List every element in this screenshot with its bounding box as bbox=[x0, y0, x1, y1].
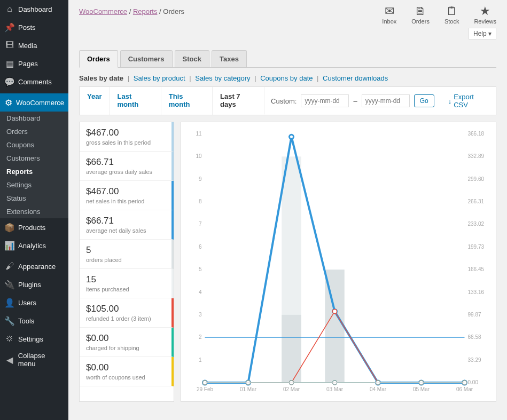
products-icon: 📦 bbox=[4, 222, 15, 233]
help-button[interactable]: Help ▾ bbox=[469, 28, 496, 39]
date-filter-bar: YearLast monthThis monthLast 7 days Cust… bbox=[79, 86, 496, 115]
svg-rect-24 bbox=[282, 315, 301, 383]
tab-taxes[interactable]: Taxes bbox=[212, 50, 247, 67]
sidebar-item-pages[interactable]: ▤Pages bbox=[0, 54, 68, 73]
tab-customers[interactable]: Customers bbox=[120, 50, 173, 67]
svg-text:33.29: 33.29 bbox=[468, 357, 481, 363]
main-content: WooCommerce / Reports / Orders ✉Inbox🗎Or… bbox=[68, 0, 507, 420]
sidebar-sub-status[interactable]: Status bbox=[0, 192, 68, 205]
subnav-sales-by-product[interactable]: Sales by product bbox=[134, 74, 185, 82]
filter-year[interactable]: Year bbox=[80, 87, 110, 115]
svg-text:02 Mar: 02 Mar bbox=[283, 386, 300, 392]
svg-point-36 bbox=[290, 134, 294, 139]
sidebar-item-appearance[interactable]: 🖌Appearance bbox=[0, 257, 68, 275]
sidebar-item-posts[interactable]: 📌Posts bbox=[0, 18, 68, 36]
users-icon: 👤 bbox=[4, 297, 15, 308]
collapse menu-icon: ◀ bbox=[4, 354, 15, 365]
admin-sidebar: ⌂Dashboard📌Posts🎞Media▤Pages💬Comments⚙Wo… bbox=[0, 0, 68, 420]
svg-text:3: 3 bbox=[199, 312, 202, 318]
svg-text:05 Mar: 05 Mar bbox=[413, 386, 430, 392]
media-icon: 🎞 bbox=[4, 40, 15, 51]
svg-text:99.87: 99.87 bbox=[468, 312, 481, 318]
stat-average-net-daily-sales[interactable]: $66.71average net daily sales bbox=[80, 210, 174, 240]
svg-text:0.00: 0.00 bbox=[468, 379, 479, 385]
sidebar-sub-orders[interactable]: Orders bbox=[0, 125, 68, 138]
stat-average-gross-daily-sales[interactable]: $66.71average gross daily sales bbox=[80, 152, 174, 181]
breadcrumb-reports[interactable]: Reports bbox=[133, 7, 158, 15]
sidebar-sub-dashboard[interactable]: Dashboard bbox=[0, 112, 68, 125]
sidebar-item-plugins[interactable]: 🔌Plugins bbox=[0, 275, 68, 294]
breadcrumb-woocommerce[interactable]: WooCommerce bbox=[79, 7, 127, 15]
subnav-coupons-by-date[interactable]: Coupons by date bbox=[260, 74, 313, 82]
tab-orders[interactable]: Orders bbox=[79, 50, 118, 68]
sidebar-item-tools[interactable]: 🔧Tools bbox=[0, 312, 68, 330]
svg-text:233.02: 233.02 bbox=[468, 221, 485, 227]
stat-worth-of-coupons-used[interactable]: $0.00worth of coupons used bbox=[80, 357, 174, 386]
svg-text:199.73: 199.73 bbox=[468, 244, 485, 250]
posts-icon: 📌 bbox=[4, 22, 15, 33]
header-orders-icon[interactable]: 🗎Orders bbox=[411, 5, 430, 25]
sidebar-item-dashboard[interactable]: ⌂Dashboard bbox=[0, 0, 68, 18]
appearance-icon: 🖌 bbox=[4, 261, 15, 272]
svg-text:29 Feb: 29 Feb bbox=[197, 386, 214, 392]
date-from-input[interactable] bbox=[301, 94, 349, 107]
tools-icon: 🔧 bbox=[4, 315, 15, 326]
filter-last-7-days[interactable]: Last 7 days bbox=[213, 87, 264, 115]
plugins-icon: 🔌 bbox=[4, 279, 15, 290]
settings-icon: ⛭ bbox=[4, 334, 15, 344]
header-inbox-icon[interactable]: ✉Inbox bbox=[382, 5, 396, 25]
sidebar-item-analytics[interactable]: 📊Analytics bbox=[0, 236, 68, 255]
sidebar-item-comments[interactable]: 💬Comments bbox=[0, 73, 68, 91]
subnav-sales-by-category[interactable]: Sales by category bbox=[195, 74, 250, 82]
sidebar-item-users[interactable]: 👤Users bbox=[0, 294, 68, 312]
svg-text:1: 1 bbox=[199, 357, 202, 363]
report-subnav: Sales by date | Sales by product | Sales… bbox=[68, 68, 507, 86]
svg-text:9: 9 bbox=[199, 176, 202, 182]
header-icons: ✉Inbox🗎Orders🗒Stock★Reviews bbox=[382, 5, 496, 25]
svg-text:11: 11 bbox=[196, 131, 202, 137]
stat-charged-for-shipping[interactable]: $0.00charged for shipping bbox=[80, 328, 174, 357]
sidebar-item-woocommerce[interactable]: ⚙WooCommerce bbox=[0, 93, 68, 112]
dashboard-icon: ⌂ bbox=[4, 4, 15, 14]
filter-last-month[interactable]: Last month bbox=[110, 87, 161, 115]
header-reviews-icon[interactable]: ★Reviews bbox=[474, 5, 496, 25]
svg-text:332.89: 332.89 bbox=[468, 153, 485, 159]
sidebar-item-media[interactable]: 🎞Media bbox=[0, 36, 68, 54]
sidebar-sub-customers[interactable]: Customers bbox=[0, 152, 68, 165]
subnav-active: Sales by date bbox=[79, 74, 123, 82]
svg-text:06 Mar: 06 Mar bbox=[456, 386, 473, 392]
download-icon: ↓ bbox=[448, 97, 452, 105]
breadcrumb: WooCommerce / Reports / Orders bbox=[79, 5, 184, 15]
svg-text:01 Mar: 01 Mar bbox=[240, 386, 257, 392]
sidebar-item-collapse-menu[interactable]: ◀Collapse menu bbox=[0, 348, 68, 371]
svg-text:299.60: 299.60 bbox=[468, 176, 485, 182]
sidebar-sub-reports[interactable]: Reports bbox=[0, 165, 68, 178]
export-csv[interactable]: ↓ Export CSV bbox=[441, 87, 496, 115]
stat-orders-placed[interactable]: 5orders placed bbox=[80, 240, 174, 269]
stat-items-purchased[interactable]: 15items purchased bbox=[80, 269, 174, 298]
sidebar-item-products[interactable]: 📦Products bbox=[0, 218, 68, 236]
tab-stock[interactable]: Stock bbox=[175, 50, 209, 67]
sales-chart: 12345678910110.0033.2966.5899.87133.1616… bbox=[188, 129, 489, 395]
woocommerce-icon: ⚙ bbox=[4, 97, 13, 108]
sidebar-sub-settings[interactable]: Settings bbox=[0, 178, 68, 192]
subnav-customer-downloads[interactable]: Customer downloads bbox=[323, 74, 388, 82]
svg-text:2: 2 bbox=[199, 334, 202, 340]
stat-refunded-1-order-(3-item)[interactable]: $105.00refunded 1 order (3 item) bbox=[80, 298, 174, 328]
svg-text:5: 5 bbox=[199, 266, 202, 272]
go-button[interactable]: Go bbox=[414, 94, 434, 107]
svg-text:8: 8 bbox=[199, 199, 202, 204]
svg-text:133.16: 133.16 bbox=[468, 289, 485, 295]
filter-this-month[interactable]: This month bbox=[161, 87, 213, 115]
svg-text:03 Mar: 03 Mar bbox=[326, 386, 344, 392]
sidebar-sub-coupons[interactable]: Coupons bbox=[0, 138, 68, 152]
date-to-input[interactable] bbox=[362, 94, 410, 107]
stat-gross-sales-in-this-period[interactable]: $467.00gross sales in this period bbox=[80, 122, 174, 152]
comments-icon: 💬 bbox=[4, 76, 15, 87]
breadcrumb-current: Orders bbox=[163, 7, 184, 15]
sidebar-item-settings[interactable]: ⛭Settings bbox=[0, 330, 68, 348]
header-stock-icon[interactable]: 🗒Stock bbox=[444, 5, 459, 25]
sidebar-sub-extensions[interactable]: Extensions bbox=[0, 205, 68, 218]
stat-net-sales-in-this-period[interactable]: $467.00net sales in this period bbox=[80, 181, 174, 210]
svg-text:366.18: 366.18 bbox=[468, 131, 485, 137]
